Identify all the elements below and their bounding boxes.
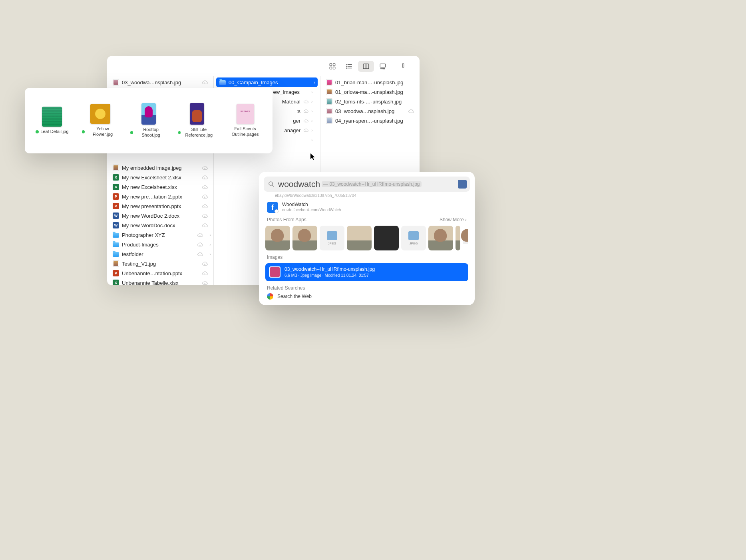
svg-line-20 [272,185,274,187]
gallery-item[interactable]: Yellow Flower.jpg [82,104,119,137]
img-icon [113,260,119,267]
file-row[interactable]: Product-Images › [107,240,213,249]
file-name: My new presentation.pptx [122,203,199,209]
file-row[interactable]: My new Excelsheet 2.xlsx [107,173,213,182]
status-dot [82,130,85,133]
file-row[interactable]: 03_woodwa…nsplash.jpg [320,106,420,116]
cloud-download-icon[interactable] [303,118,308,123]
preview-app-icon [458,180,467,189]
chevron-right-icon: › [311,118,314,123]
file-row[interactable]: Unbenannte Tabelle.xlsx [107,278,213,285]
file-row[interactable]: 01_orlova-ma…-unsplash.jpg [320,87,420,97]
cloud-download-icon[interactable] [202,280,208,286]
thumb[interactable] [347,226,372,250]
cloud-download-icon[interactable] [202,79,208,85]
gallery-label: Yellow Flower.jpg [82,126,119,137]
folder-name: Material [282,99,300,105]
file-row[interactable]: Unbenannte…ntation.pptx [107,268,213,278]
file-name: 03_woodwa…nsplash.jpg [122,79,199,85]
file-name: testfolder [122,251,194,257]
show-more-button[interactable]: Show More › [440,217,467,222]
file-row[interactable]: testfolder › [107,249,213,259]
view-list-button[interactable] [341,61,357,72]
file-row[interactable]: My new WordDoc 2.docx [107,211,213,220]
thumb[interactable] [292,226,317,250]
result-text: 03_woodwatch--Hr_uHRfImo-unsplash.jpg 6,… [284,266,375,278]
facebook-result-text: WoodWatch de-de.facebook.com/WoodWatch [282,202,341,213]
facebook-icon: f [267,202,278,213]
cloud-download-icon[interactable] [303,128,308,133]
cloud-download-icon[interactable] [202,261,208,267]
cloud-download-icon[interactable] [303,99,308,104]
toolbar-extra-button[interactable] [396,60,412,71]
cloud-download-icon[interactable] [303,109,308,114]
cloud-download-icon[interactable] [197,232,203,238]
view-gallery-button[interactable] [375,61,391,72]
file-name: My new WordDoc 2.docx [122,213,199,219]
file-name: My new Excelsheet 2.xlsx [122,175,199,181]
view-columns-button[interactable] [358,61,374,72]
file-row[interactable]: My new Excelsheet.xlsx [107,182,213,192]
status-dot [178,131,181,134]
facebook-result[interactable]: f WoodWatch de-de.facebook.com/WoodWatch [267,202,467,213]
file-name: Unbenannte Tabelle.xlsx [122,280,199,286]
thumb[interactable]: JPEG [401,226,426,250]
folder-row-selected[interactable]: 00_Campain_Images › [216,77,318,87]
cloud-download-icon[interactable] [202,203,208,209]
partial-url: ebay.de/b/Woodwatch/31387/bn_7005513704 [275,193,463,198]
gallery-item[interactable]: Fall Scents Outline.pages [227,104,264,137]
folder-name: 00_Campain_Images [229,79,314,85]
mouse-cursor [310,153,315,161]
cloud-download-icon[interactable] [202,194,208,200]
file-row[interactable]: 03_woodwa…nsplash.jpg [107,77,213,87]
svg-point-15 [382,68,383,69]
thumb[interactable] [374,226,399,250]
thumb[interactable] [265,226,290,250]
cloud-download-icon[interactable] [202,165,208,171]
image-result-selected[interactable]: 03_woodwatch--Hr_uHRfImo-unsplash.jpg 6,… [265,263,468,281]
file-row[interactable]: 01_brian-man…-unsplash.jpg [320,77,420,87]
image-icon [113,79,119,85]
file-row[interactable]: 04_ryan-spen…-unsplash.jpg [320,116,420,125]
file-row[interactable]: Testing_V1.jpg [107,259,213,268]
cloud-download-icon[interactable] [202,175,208,181]
cloud-download-icon[interactable] [197,242,203,248]
file-row[interactable]: My new pre…tation 2.pptx [107,192,213,201]
folder-icon [113,242,119,247]
thumb[interactable] [428,226,453,250]
gallery-label: Rooftop Shoot.jpg [130,127,167,138]
cloud-download-icon[interactable] [202,222,208,228]
gallery-item[interactable]: Still Life Reference.jpg [178,103,215,138]
thumb[interactable] [456,226,460,250]
result-name: 03_woodwatch--Hr_uHRfImo-unsplash.jpg [284,266,375,273]
cloud-download-icon[interactable] [202,213,208,219]
cloud-download-icon[interactable] [202,184,208,190]
image-icon [326,89,332,95]
svg-point-16 [383,68,384,69]
chevron-right-icon: › [209,242,211,247]
svg-rect-1 [333,64,335,66]
file-row[interactable]: 02_toms-rits-…-unsplash.jpg [320,97,420,106]
photos-thumbnails: JPEG JPEG › [265,226,468,250]
cloud-download-icon[interactable] [202,270,208,276]
cloud-download-icon[interactable] [197,251,203,257]
file-row[interactable]: My new WordDoc.docx [107,220,213,230]
xls-icon [113,280,119,285]
file-name: Product-Images [122,242,194,248]
svg-rect-2 [330,67,332,69]
thumb[interactable]: JPEG [320,226,344,250]
gallery-window: Leaf Detail.jpg Yellow Flower.jpg Roofto… [25,88,273,153]
file-row[interactable]: Photographer XYZ › [107,230,213,240]
search-web-label: Search the Web [277,294,312,299]
file-name: 02_toms-rits-…-unsplash.jpg [335,99,414,105]
gallery-item[interactable]: Leaf Detail.jpg [34,107,71,135]
svg-rect-3 [333,67,335,69]
gallery-thumb [237,104,254,124]
svg-rect-10 [363,64,369,69]
search-web-row[interactable]: Search the Web [267,293,467,300]
spotlight-search-field[interactable]: woodwatch — 03_woodwatch--Hr_uHRfImo-uns… [264,177,470,192]
file-row[interactable]: My embedded image.jpeg [107,163,213,173]
gallery-item[interactable]: Rooftop Shoot.jpg [130,103,167,138]
file-row[interactable]: My new presentation.pptx [107,201,213,211]
view-icons-button[interactable] [324,61,340,72]
